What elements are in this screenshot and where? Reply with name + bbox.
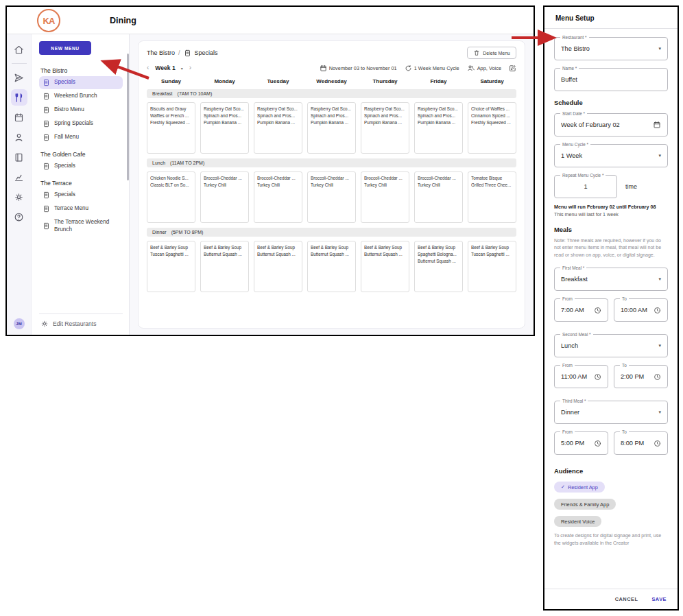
menu-item: Beef & Barley Soup xyxy=(204,244,245,251)
sidebar-item-bistro-menu[interactable]: Bistro Menu xyxy=(39,104,123,117)
meal-from-field[interactable]: From11:00 AM xyxy=(554,365,608,388)
meal-to-field[interactable]: To2:00 PM xyxy=(614,365,668,388)
menu-cell-breakfast-friday[interactable]: Raspberry Oat Sco...Spinach and Pros...P… xyxy=(414,102,463,154)
meal-to-field[interactable]: To10:00 AM xyxy=(614,298,668,322)
meal-select-1[interactable]: First Meal *Breakfast▾ xyxy=(554,268,668,291)
menu-cell-lunch-sunday[interactable]: Chicken Noodle S...Classic BLT on So... xyxy=(147,171,195,223)
section-time: (11AM TO 2PM) xyxy=(170,161,204,165)
audience-chip-friends-family-app[interactable]: Friends & Family App xyxy=(554,499,616,510)
rail-person-button[interactable] xyxy=(11,129,27,145)
menu-cycle-value: 1 Week xyxy=(561,152,656,159)
meal-to-field[interactable]: To8:00 PM xyxy=(614,431,668,455)
rail-dining-button[interactable] xyxy=(11,89,27,106)
menu-item: Tuscan Spaghetti ... xyxy=(150,251,192,258)
menu-item: Cinnamon Spiced ... xyxy=(471,112,513,119)
menu-cell-breakfast-sunday[interactable]: Biscuits and GravyWaffles or French ...F… xyxy=(147,102,195,154)
document-icon xyxy=(43,191,50,199)
rail-chart-button[interactable] xyxy=(11,169,27,185)
rail-book-button[interactable] xyxy=(11,149,27,165)
menu-item: Butternut Squash ... xyxy=(364,251,406,258)
menu-cell-dinner-wednesday[interactable]: Beef & Barley SoupButternut Squash ... xyxy=(307,241,356,292)
breadcrumb-menu[interactable]: Specials xyxy=(195,49,218,56)
previous-week-button[interactable]: ‹ xyxy=(147,64,149,71)
calendar-icon xyxy=(320,64,327,72)
cancel-button[interactable]: CANCEL xyxy=(615,596,638,602)
rail-icons xyxy=(7,41,31,228)
sidebar-item-terrace-menu[interactable]: Terrace Menu xyxy=(39,202,123,215)
menu-item: Spinach and Pros... xyxy=(311,112,352,119)
menu-cell-lunch-monday[interactable]: Broccoli-Cheddar ...Turkey Chili xyxy=(200,171,249,223)
sidebar-item-the-terrace-weekend-brunch[interactable]: The Terrace Weekend Brunch xyxy=(39,216,123,236)
restaurant-value: The Bistro xyxy=(561,45,656,52)
day-headers: SundayMondayTuesdayWednesdayThursdayFrid… xyxy=(147,78,516,84)
meal-select-2[interactable]: Second Meal *Lunch▾ xyxy=(554,334,668,357)
duration-text: This menu will last for 1 week xyxy=(554,211,668,219)
menu-cell-breakfast-wednesday[interactable]: Raspberry Oat Sco...Spinach and Pros...P… xyxy=(307,102,356,154)
sidebar-item-weekend-brunch[interactable]: Weekend Brunch xyxy=(39,90,123,103)
menu-cell-breakfast-tuesday[interactable]: Raspberry Oat Sco...Spinach and Pros...P… xyxy=(254,102,302,154)
menu-item: Freshly Squeezed ... xyxy=(471,119,513,126)
repeat-cycle-label: Repeat Menu Cycle * xyxy=(560,173,606,178)
menu-item: Butternut Squash ... xyxy=(311,251,352,258)
menu-item: Grilled Three Chee... xyxy=(471,182,513,189)
menu-cell-lunch-wednesday[interactable]: Broccoli-Cheddar ...Turkey Chili xyxy=(307,171,356,223)
app-header: KA Dining xyxy=(7,7,534,34)
start-date-label: Start Date * xyxy=(560,111,587,116)
menu-cell-dinner-thursday[interactable]: Beef & Barley SoupButternut Squash ... xyxy=(361,241,409,292)
menu-cell-dinner-friday[interactable]: Beef & Barley SoupSpaghetti Bologna...Bu… xyxy=(414,241,463,292)
document-icon xyxy=(43,79,50,86)
menu-item: Spinach and Pros... xyxy=(418,112,459,119)
avatar[interactable]: JM xyxy=(14,318,25,329)
day-header-tuesday: Tuesday xyxy=(254,78,302,84)
next-week-button[interactable]: › xyxy=(189,64,191,71)
sidebar-item-specials[interactable]: Specials xyxy=(39,76,123,89)
name-field[interactable]: Name * Buffet xyxy=(554,68,668,91)
menu-cell-lunch-saturday[interactable]: Tomatoe BisqueGrilled Three Chee... xyxy=(468,171,516,223)
sidebar-item-spring-specials[interactable]: Spring Specials xyxy=(39,117,123,130)
document-icon xyxy=(43,120,50,128)
rail-help-button[interactable] xyxy=(11,209,27,225)
rail-send-button[interactable] xyxy=(11,69,27,86)
sidebar-item-label: Bistro Menu xyxy=(54,106,84,114)
restaurant-select[interactable]: Restaurant * The Bistro ▾ xyxy=(554,37,668,60)
sidebar-item-specials[interactable]: Specials xyxy=(39,160,123,173)
menu-cell-lunch-tuesday[interactable]: Broccoli-Cheddar ...Turkey Chili xyxy=(254,171,302,223)
menu-cell-dinner-saturday[interactable]: Beef & Barley SoupTuscan Spaghetti ... xyxy=(468,241,516,292)
menu-cell-dinner-monday[interactable]: Beef & Barley SoupButternut Squash ... xyxy=(200,241,249,292)
audience-chip-resident-app[interactable]: ✓Resident App xyxy=(554,482,605,493)
meal-from-field[interactable]: From5:00 PM xyxy=(554,431,608,455)
rail-home-button[interactable] xyxy=(11,41,27,58)
breadcrumb-restaurant[interactable]: The Bistro xyxy=(147,49,175,56)
menu-cell-lunch-thursday[interactable]: Broccoli-Cheddar ...Turkey Chili xyxy=(361,171,409,223)
repeat-cycle-field[interactable]: Repeat Menu Cycle * 1 xyxy=(554,175,617,198)
rail-gear-button[interactable] xyxy=(11,189,27,205)
menu-cell-dinner-sunday[interactable]: Beef & Barley SoupTuscan Spaghetti ... xyxy=(147,241,195,292)
start-date-field[interactable]: Start Date * Week of February 02 xyxy=(554,113,668,137)
section-time: (7AM TO 10AM) xyxy=(178,91,213,96)
sidebar-item-specials[interactable]: Specials xyxy=(39,189,123,202)
meal-select-3[interactable]: Third Meal *Dinner▾ xyxy=(554,401,668,424)
menu-item: Beef & Barley Soup xyxy=(418,244,459,251)
menu-cell-lunch-friday[interactable]: Broccoli-Cheddar ...Turkey Chili xyxy=(414,171,463,223)
menu-cell-dinner-tuesday[interactable]: Beef & Barley SoupButternut Squash ... xyxy=(254,241,302,292)
new-menu-button[interactable]: NEW MENU xyxy=(39,41,91,55)
menu-cell-breakfast-monday[interactable]: Raspberry Oat Sco...Spinach and Pros...P… xyxy=(200,102,249,154)
sidebar-item-fall-menu[interactable]: Fall Menu xyxy=(39,131,123,144)
save-button[interactable]: SAVE xyxy=(651,596,667,602)
menu-cycle-select[interactable]: Menu Cycle * 1 Week ▾ xyxy=(554,144,668,167)
meal-time-row: From11:00 AMTo2:00 PM xyxy=(554,365,668,388)
delete-menu-button[interactable]: Delete Menu xyxy=(467,47,516,59)
menu-item: Broccoli-Cheddar ... xyxy=(204,175,245,182)
week-selector[interactable]: Week 1 ▾ xyxy=(155,64,182,71)
sidebar-scrollbar[interactable] xyxy=(127,54,129,180)
menu-cell-breakfast-thursday[interactable]: Raspberry Oat Sco...Spinach and Pros...P… xyxy=(361,102,409,154)
rail-calendar-button[interactable] xyxy=(11,109,27,126)
time-field-label: To xyxy=(620,429,629,434)
edit-restaurants-label: Edit Restaurants xyxy=(53,320,97,327)
edit-restaurants-button[interactable]: Edit Restaurants xyxy=(39,313,123,331)
edit-icon[interactable] xyxy=(509,64,516,72)
section-cells: Biscuits and GravyWaffles or French ...F… xyxy=(147,102,516,154)
meal-from-field[interactable]: From7:00 AM xyxy=(554,298,608,322)
audience-chip-resident-voice[interactable]: Resident Voice xyxy=(554,516,601,527)
menu-cell-breakfast-saturday[interactable]: Choice of Waffles ...Cinnamon Spiced ...… xyxy=(468,102,516,154)
